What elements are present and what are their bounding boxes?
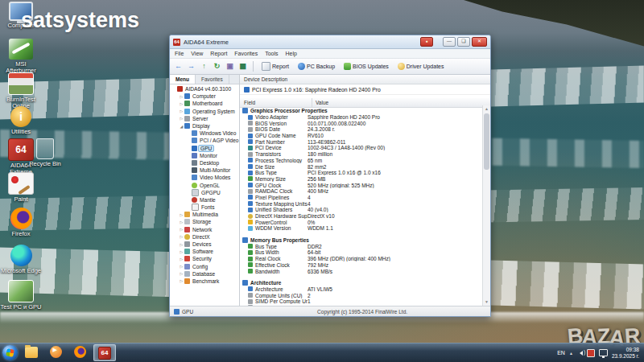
property-row-gpu-clock[interactable]: GPU Clock520 MHz (original: 525 MHz) [240, 182, 482, 188]
property-row-directx-hardware-support[interactable]: DirectX Hardware SupportDirectX v10 [240, 213, 482, 220]
property-row-pixel-pipelines[interactable]: Pixel Pipelines4 [240, 195, 482, 201]
property-row-bus-width[interactable]: Bus Width64-bit [240, 249, 482, 256]
tree-item-computer[interactable]: ▷Computer [170, 93, 239, 100]
toolbar-driver-updates-button[interactable]: Driver Updates [394, 62, 448, 71]
property-row-bios-date[interactable]: BIOS Date24.3.2008 г. [240, 126, 482, 133]
minimize-button[interactable] [443, 37, 456, 47]
tree-expander-icon[interactable]: ▷ [179, 94, 184, 99]
tree-item-video-modes[interactable]: Video Modes [170, 174, 239, 181]
scroll-up-icon[interactable]: ▲ [483, 105, 490, 113]
tree-item-fonts[interactable]: Fonts [170, 204, 239, 211]
refresh-icon[interactable]: ↻ [212, 61, 222, 72]
menu-view[interactable]: View [191, 51, 203, 56]
taskbar-app-aida64[interactable]: 64 [93, 344, 116, 361]
property-row-gpu-code-name[interactable]: GPU Code NameRV610 [240, 133, 482, 139]
property-row-wddm-version[interactable]: WDDM VersionWDDM 1.1 [240, 225, 482, 232]
property-row-memory-size[interactable]: Memory Size256 MB [240, 176, 482, 183]
taskbar-app-media-player[interactable] [45, 344, 66, 360]
device-row[interactable]: PCI Express 1.0 x16: Sapphire Radeon HD … [240, 84, 490, 95]
scroll-down-icon[interactable]: ▼ [483, 298, 490, 306]
taskbar-app-explorer[interactable] [21, 344, 42, 360]
back-icon[interactable]: ← [173, 61, 184, 72]
tree-expander-icon[interactable]: ▷ [179, 101, 184, 106]
tree-expander-icon[interactable]: ▷ [179, 242, 184, 247]
property-row-part-number[interactable]: Part Number113-4E9862-011 [240, 138, 482, 145]
menu-report[interactable]: Report [210, 51, 227, 56]
property-row-transistors[interactable]: Transistors180 million [240, 151, 482, 158]
tree-item-motherboard[interactable]: ▷Motherboard [170, 100, 239, 107]
tree-expander-icon[interactable]: ▷ [179, 109, 184, 113]
value-column-header[interactable]: Value [312, 98, 490, 107]
tree-expander-icon[interactable]: ◢ [179, 124, 184, 129]
toolbar-pc-backup-button[interactable]: PC Backup [295, 62, 338, 71]
vertical-scrollbar[interactable]: ▲ ▼ [482, 105, 490, 306]
tree-expander-icon[interactable]: ▷ [179, 271, 184, 276]
property-row-process-technology[interactable]: Process Technology65 nm [240, 158, 482, 164]
tree-item-network[interactable]: ▷Network [170, 226, 239, 233]
property-row-bandwidth[interactable]: Bandwidth6336 MB/s [240, 268, 482, 274]
tree-expander-icon[interactable]: ▷ [179, 116, 184, 121]
menu-file[interactable]: File [175, 51, 184, 56]
volume-icon[interactable] [577, 351, 583, 356]
property-row-compute-units-cu[interactable]: Compute Units (CU)2 [240, 292, 482, 298]
tab-favorites[interactable]: Favorites [196, 75, 229, 84]
alert-button[interactable] [420, 37, 433, 47]
tree-expander-icon[interactable]: ▷ [179, 249, 184, 254]
tree-expander-icon[interactable]: ▷ [179, 220, 184, 224]
desktop-icon-msi-afterburner[interactable]: MSI Afterburner [0, 39, 42, 74]
tree-item-operating-system[interactable]: ▷Operating System [170, 108, 239, 115]
tree-item-pci-agp-video[interactable]: PCI / AGP Video [170, 137, 239, 144]
tree-expander-icon[interactable]: ▷ [179, 212, 184, 217]
tree-item-server[interactable]: ▷Server [170, 115, 239, 122]
desktop-icon-microsoft-edge[interactable]: Microsoft Edge [0, 245, 42, 274]
tree-item-aida64-v4-60-3100[interactable]: AIDA64 v4.60.3100 [170, 85, 239, 93]
tree-expander-icon[interactable]: ▷ [179, 234, 184, 239]
screen-icon[interactable]: ▦ [237, 61, 248, 72]
field-column-header[interactable]: Field [240, 98, 312, 107]
tree-item-display[interactable]: ◢Display [170, 122, 239, 130]
property-row-bus-type[interactable]: Bus TypeDDR2 [240, 243, 482, 249]
property-row-video-adapter[interactable]: Video AdapterSapphire Radeon HD 2400 Pro [240, 114, 482, 121]
property-row-effective-clock[interactable]: Effective Clock792 MHz [240, 262, 482, 269]
desktop-icon-firefox[interactable]: Firefox [0, 208, 42, 237]
property-row-simd-per-compute-unit[interactable]: SIMD Per Compute Unit1 [240, 298, 482, 305]
property-row-bus-type[interactable]: Bus TypePCI Express 1.0 x16 @ 1.0 x16 [240, 170, 482, 176]
desktop-icon-recycle-bin[interactable]: Recycle Bin [24, 138, 66, 167]
tab-menu[interactable]: Menu [170, 75, 196, 84]
menu-help[interactable]: Help [285, 51, 296, 56]
property-row-bios-version[interactable]: BIOS Version010.071.000.008.022400 [240, 120, 482, 126]
tree-item-multi-monitor[interactable]: Multi-Monitor [170, 167, 239, 174]
property-row-die-size[interactable]: Die Size82 mm2 [240, 163, 482, 170]
tree-item-directx[interactable]: ▷DirectX [170, 233, 239, 241]
close-button[interactable] [472, 37, 487, 47]
tree-item-storage[interactable]: ▷Storage [170, 218, 239, 225]
tree-item-config[interactable]: ▷Config [170, 263, 239, 270]
toolbar-report-button[interactable]: Report [258, 61, 292, 72]
taskbar-app-firefox[interactable] [69, 344, 90, 360]
toolbar-bios-updates-button[interactable]: BIOS Updates [341, 62, 392, 71]
property-row-pci-device[interactable]: PCI Device1002-94C3 / 1A48-1400 (Rev 00) [240, 145, 482, 151]
remote-icon[interactable]: ▣ [225, 61, 235, 72]
tree-expander-icon[interactable]: ▷ [179, 264, 184, 269]
property-row-architecture[interactable]: ArchitectureATI VLIW5 [240, 286, 482, 293]
start-button[interactable] [2, 345, 18, 360]
tree-item-database[interactable]: ▷Database [170, 270, 239, 278]
network-icon[interactable] [599, 349, 608, 356]
title-bar[interactable]: 64 AIDA64 Extreme [170, 35, 490, 49]
language-indicator[interactable]: EN [557, 350, 565, 356]
clock[interactable]: 09:38 23.9.2025 г. [612, 347, 639, 360]
tree-item-security[interactable]: ▷Security [170, 255, 239, 262]
property-row-ramdac-clock[interactable]: RAMDAC Clock400 MHz [240, 188, 482, 195]
property-row-unified-shaders[interactable]: Unified Shaders40 (v4.0) [240, 207, 482, 213]
menu-tools[interactable]: Tools [265, 51, 278, 56]
desktop-icon-test-pc-и-gpu[interactable]: Test PC и GPU [0, 280, 42, 311]
scrollbar-thumb[interactable] [484, 113, 489, 170]
property-row-real-clock[interactable]: Real Clock396 MHz (DDR) (original: 400 M… [240, 256, 482, 262]
property-row-powercontrol[interactable]: PowerControl0% [240, 219, 482, 225]
tree-item-opengl[interactable]: OpenGL [170, 181, 239, 188]
tree-item-windows-video[interactable]: Windows Video [170, 130, 239, 137]
tree-item-benchmark[interactable]: ▷Benchmark [170, 278, 239, 285]
tree-item-gpgpu[interactable]: GPGPU [170, 189, 239, 196]
maximize-button[interactable] [457, 37, 470, 47]
desktop-icon-utilities[interactable]: Utilities [0, 106, 42, 135]
